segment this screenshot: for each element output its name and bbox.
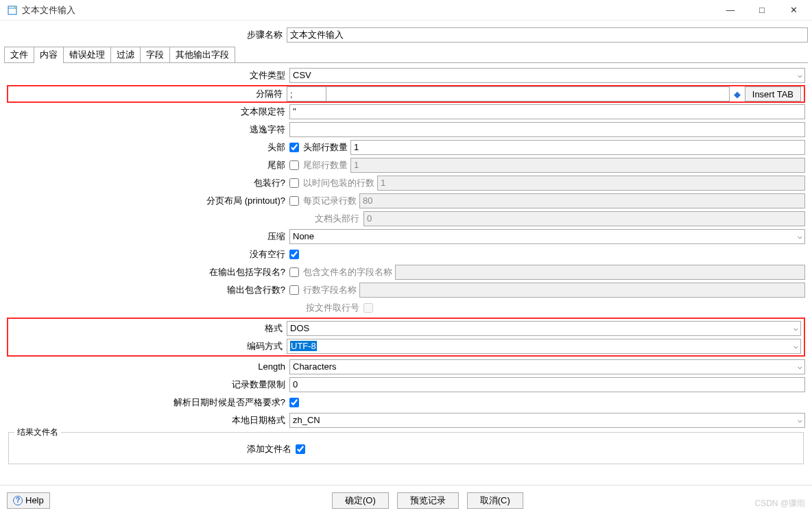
preview-button[interactable]: 预览记录 — [397, 492, 459, 509]
close-button[interactable]: ✕ — [778, 0, 809, 21]
format-label: 格式 — [8, 322, 287, 335]
footer: ? Help 确定(O) 预览记录 取消(C) — [0, 485, 812, 515]
limit-input[interactable] — [289, 377, 805, 392]
no-empty-label: 没有空行 — [7, 248, 289, 261]
encoding-label: 编码方式 — [8, 340, 287, 352]
escape-label: 逃逸字符 — [7, 123, 289, 136]
enclosure-input[interactable] — [289, 104, 805, 119]
window-title: 文本文件输入 — [22, 4, 75, 16]
limit-label: 记录数量限制 — [7, 379, 289, 391]
filetype-select[interactable] — [289, 68, 805, 83]
separator-label: 分隔符 — [8, 88, 287, 100]
format-select[interactable] — [287, 321, 801, 336]
help-icon: ? — [13, 496, 23, 505]
footer-label: 尾部 — [7, 159, 289, 171]
paged-label: 分页布局 (printout)? — [7, 195, 289, 207]
app-icon — [7, 5, 18, 16]
step-name-input[interactable] — [287, 27, 808, 43]
paged-checkbox[interactable] — [289, 196, 299, 206]
wrap-checkbox[interactable] — [289, 178, 299, 188]
footer-checkbox[interactable] — [289, 160, 299, 170]
inc-rownum-ph-label: 行数字段名称 — [299, 284, 359, 296]
filetype-label: 文件类型 — [7, 69, 289, 82]
separator-input[interactable] — [287, 86, 326, 101]
header-rows-label: 头部行数量 — [299, 141, 350, 154]
strict-checkbox[interactable] — [289, 398, 299, 407]
result-files-fieldset: 结果文件名 添加文件名 — [8, 432, 804, 464]
wrap-rows-label: 以时间包装的行数 — [299, 177, 377, 189]
by-file-checkbox — [363, 303, 373, 313]
doc-header-label: 文档头部行 — [7, 213, 363, 225]
footer-rows-label: 尾部行数量 — [299, 159, 350, 171]
fieldset-legend: 结果文件名 — [14, 427, 61, 438]
inc-filename-label: 在输出包括字段名? — [7, 266, 289, 278]
titlebar: 文本文件输入 — □ ✕ — [0, 0, 812, 21]
doc-header-input — [363, 211, 805, 226]
header-checkbox[interactable] — [289, 143, 299, 152]
inc-rownum-label: 输出包含行数? — [7, 284, 289, 296]
tab-file[interactable]: 文件 — [4, 47, 34, 62]
inc-rownum-input — [359, 283, 805, 298]
enclosure-label: 文本限定符 — [7, 106, 289, 118]
format-encoding-highlight: 格式 ⌵ 编码方式 UTF-8 ⌵ — [7, 318, 805, 357]
header-rows-input[interactable] — [350, 140, 805, 155]
locale-select[interactable] — [289, 413, 805, 428]
help-button[interactable]: ? Help — [7, 492, 50, 509]
inc-filename-input — [395, 265, 805, 280]
insert-tab-button[interactable]: Insert TAB — [745, 86, 801, 101]
compress-select[interactable] — [289, 229, 805, 244]
compress-label: 压缩 — [7, 230, 289, 243]
variable-icon[interactable]: ◆ — [731, 86, 743, 101]
add-filename-label: 添加文件名 — [13, 443, 296, 455]
minimize-button[interactable]: — — [715, 0, 746, 21]
encoding-select[interactable]: UTF-8 — [287, 339, 801, 354]
wrap-rows-input — [377, 176, 805, 191]
tab-filter[interactable]: 过滤 — [110, 47, 141, 62]
tab-other[interactable]: 其他输出字段 — [169, 47, 235, 62]
wrap-label: 包装行? — [7, 177, 289, 189]
escape-input[interactable] — [289, 122, 805, 137]
maximize-button[interactable]: □ — [746, 0, 778, 21]
tabs: 文件 内容 错误处理 过滤 字段 其他输出字段 — [4, 48, 808, 63]
locale-label: 本地日期格式 — [7, 414, 289, 427]
length-select[interactable] — [289, 359, 805, 374]
form-content: 文件类型 ⌵ 分隔符 ◆ Insert TAB 文本限定符 逃逸字符 头部 头部… — [4, 63, 808, 472]
add-filename-checkbox[interactable] — [296, 444, 305, 454]
tab-content[interactable]: 内容 — [34, 47, 64, 62]
tab-error[interactable]: 错误处理 — [63, 47, 111, 62]
cancel-button[interactable]: 取消(C) — [467, 492, 523, 509]
by-file-label: 按文件取行号 — [7, 302, 363, 314]
inc-filename-checkbox[interactable] — [289, 267, 299, 277]
paged-rows-input — [359, 193, 805, 208]
separator-highlight: 分隔符 ◆ Insert TAB — [7, 85, 805, 103]
inc-filename-ph-label: 包含文件名的字段名称 — [299, 266, 395, 278]
paged-rows-label: 每页记录行数 — [299, 195, 359, 207]
header-label: 头部 — [7, 141, 289, 154]
tab-fields[interactable]: 字段 — [140, 47, 170, 62]
no-empty-checkbox[interactable] — [289, 250, 299, 259]
inc-rownum-checkbox[interactable] — [289, 285, 299, 295]
step-name-label: 步骤名称 — [4, 29, 287, 41]
footer-rows-input — [350, 158, 805, 173]
strict-label: 解析日期时候是否严格要求? — [7, 396, 289, 409]
ok-button[interactable]: 确定(O) — [332, 492, 389, 509]
separator-extra[interactable] — [326, 86, 730, 101]
length-label: Length — [7, 361, 289, 372]
